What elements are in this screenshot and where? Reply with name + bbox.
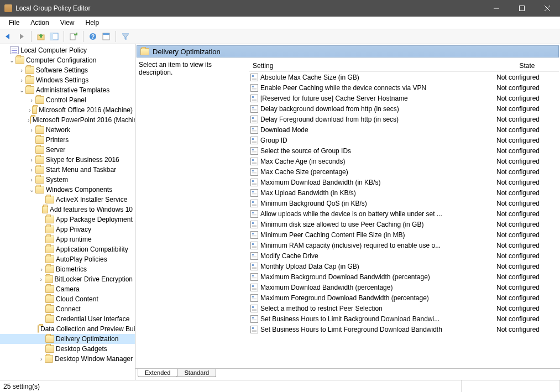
show-hide-tree-icon[interactable] <box>48 30 60 43</box>
back-icon[interactable] <box>2 30 14 43</box>
tree-item[interactable]: AutoPlay Policies <box>0 254 135 264</box>
tab-extended[interactable]: Extended <box>138 369 177 377</box>
setting-name: Set Business Hours to Limit Background D… <box>260 315 439 323</box>
tree-item[interactable]: Camera <box>0 284 135 294</box>
setting-row[interactable]: Delay Foreground download from http (in … <box>249 114 559 124</box>
expand-icon[interactable]: › <box>18 77 25 83</box>
tab-standard[interactable]: Standard <box>177 369 216 377</box>
setting-row[interactable]: Absolute Max Cache Size (in GB)Not confi… <box>249 72 559 82</box>
tree-item[interactable]: Printers <box>0 135 135 145</box>
tree-item[interactable]: ›Skype for Business 2016 <box>0 155 135 165</box>
tree-windows-settings[interactable]: ›Windows Settings <box>0 75 135 85</box>
menu-view[interactable]: View <box>55 18 80 28</box>
tree-admin-templates[interactable]: ⌄Administrative Templates <box>0 85 135 95</box>
expand-icon[interactable]: › <box>38 356 45 362</box>
setting-row[interactable]: Minimum disk size allowed to use Peer Ca… <box>249 219 559 229</box>
setting-row[interactable]: Set Business Hours to Limit Foreground D… <box>249 324 559 334</box>
setting-row[interactable]: Allow uploads while the device is on bat… <box>249 208 559 219</box>
setting-row[interactable]: Maximum Download Bandwidth (in KB/s)Not … <box>249 177 559 187</box>
setting-row[interactable]: Select the source of Group IDsNot config… <box>249 145 559 156</box>
tree-item[interactable]: Application Compatibility <box>0 244 135 254</box>
setting-name: Max Cache Size (percentage) <box>260 168 348 176</box>
setting-state: Not configured <box>495 158 559 165</box>
tree-windows-components[interactable]: ⌄Windows Components <box>0 185 135 195</box>
tree-item[interactable]: ›Biometrics <box>0 264 135 274</box>
tree-item[interactable]: Server <box>0 145 135 155</box>
tree-computer-configuration[interactable]: ⌄Computer Configuration <box>0 55 135 65</box>
collapse-icon[interactable]: ⌄ <box>18 87 25 94</box>
setting-row[interactable]: Max Cache Size (percentage)Not configure… <box>249 166 559 177</box>
setting-row[interactable]: Minimum RAM capacity (inclusive) require… <box>249 240 559 250</box>
tree-item[interactable]: ›Microsoft Office 2016 (Machine) <box>0 105 135 115</box>
setting-row[interactable]: Set Business Hours to Limit Background D… <box>249 313 559 324</box>
setting-row[interactable]: Download ModeNot configured <box>249 124 559 135</box>
setting-row[interactable]: Maximum Background Download Bandwidth (p… <box>249 271 559 282</box>
collapse-icon[interactable]: ⌄ <box>28 186 35 194</box>
setting-row[interactable]: Monthly Upload Data Cap (in GB)Not confi… <box>249 261 559 271</box>
setting-row[interactable]: Modify Cache DriveNot configured <box>249 250 559 261</box>
rows-scroll[interactable]: Absolute Max Cache Size (in GB)Not confi… <box>249 72 559 368</box>
tree-item[interactable]: App Privacy <box>0 224 135 234</box>
tree-root[interactable]: Local Computer Policy <box>0 45 135 55</box>
up-icon[interactable] <box>35 30 47 43</box>
folder-icon <box>15 56 24 64</box>
setting-row[interactable]: Minimum Background QoS (in KB/s)Not conf… <box>249 198 559 208</box>
tree-item[interactable]: App Package Deployment <box>0 215 135 224</box>
tree-panel[interactable]: Local Computer Policy ⌄Computer Configur… <box>0 44 135 380</box>
tree-item[interactable]: ›Start Menu and Taskbar <box>0 165 135 175</box>
expand-icon[interactable]: › <box>18 67 25 74</box>
svg-rect-11 <box>103 33 109 35</box>
help-icon[interactable]: ? <box>87 30 99 43</box>
setting-row[interactable]: Max Upload Bandwidth (in KB/s)Not config… <box>249 187 559 198</box>
tree-item[interactable]: App runtime <box>0 234 135 244</box>
expand-icon[interactable]: › <box>28 176 35 183</box>
setting-row[interactable]: Minimum Peer Caching Content File Size (… <box>249 229 559 240</box>
forward-icon[interactable] <box>15 30 28 43</box>
setting-row[interactable]: Maximum Download Bandwidth (percentage)N… <box>249 282 559 292</box>
menu-file[interactable]: File <box>3 18 25 28</box>
policy-item-icon <box>250 168 258 176</box>
tree-software-settings[interactable]: ›Software Settings <box>0 65 135 75</box>
setting-row[interactable]: Group IDNot configured <box>249 135 559 145</box>
menu-help[interactable]: Help <box>80 18 105 28</box>
tree-item[interactable]: Cloud Content <box>0 294 135 304</box>
setting-name: Allow uploads while the device is on bat… <box>260 210 442 218</box>
collapse-icon[interactable]: ⌄ <box>8 57 15 64</box>
setting-row[interactable]: [Reserved for future use] Cache Server H… <box>249 93 559 103</box>
export-list-icon[interactable] <box>67 30 80 43</box>
tree-item[interactable]: Add features to Windows 10 <box>0 205 135 215</box>
setting-row[interactable]: Delay background download from http (in … <box>249 103 559 114</box>
setting-row[interactable]: Enable Peer Caching while the device con… <box>249 82 559 93</box>
tree-item[interactable]: ActiveX Installer Service <box>0 195 135 205</box>
properties-icon[interactable] <box>100 30 112 43</box>
setting-row[interactable]: Select a method to restrict Peer Selecti… <box>249 303 559 313</box>
tree-item[interactable]: ›Control Panel <box>0 95 135 105</box>
tree-item[interactable]: Credential User Interface <box>0 314 135 324</box>
expand-icon[interactable]: › <box>28 156 35 163</box>
column-state[interactable]: State <box>495 60 559 71</box>
expand-icon[interactable]: › <box>38 276 45 283</box>
tree-item[interactable]: Connect <box>0 304 135 314</box>
column-setting[interactable]: Setting <box>249 60 495 71</box>
tree-item[interactable]: ›BitLocker Drive Encryption <box>0 274 135 284</box>
expand-icon[interactable]: › <box>28 166 35 173</box>
tree-delivery-optimization[interactable]: Delivery Optimization <box>0 334 135 344</box>
setting-row[interactable]: Maximum Foreground Download Bandwidth (p… <box>249 292 559 303</box>
close-button[interactable] <box>535 0 560 17</box>
setting-name: Select a method to restrict Peer Selecti… <box>260 305 383 312</box>
setting-row[interactable]: Max Cache Age (in seconds)Not configured <box>249 156 559 166</box>
tree-item[interactable]: ›Microsoft PowerPoint 2016 (Machine) <box>0 115 135 125</box>
filter-icon[interactable] <box>119 30 132 43</box>
tree-item[interactable]: ›Desktop Window Manager <box>0 354 135 364</box>
expand-icon[interactable]: › <box>28 127 35 133</box>
expand-icon[interactable]: › <box>28 107 32 113</box>
expand-icon[interactable]: › <box>28 97 35 103</box>
minimize-button[interactable] <box>484 0 509 17</box>
maximize-button[interactable] <box>509 0 535 17</box>
expand-icon[interactable]: › <box>38 266 45 273</box>
tree-item[interactable]: Data Collection and Preview Builds <box>0 324 135 334</box>
tree-item[interactable]: ›System <box>0 175 135 185</box>
tree-item[interactable]: Desktop Gadgets <box>0 344 135 354</box>
menu-action[interactable]: Action <box>25 18 54 28</box>
tree-item[interactable]: ›Network <box>0 125 135 135</box>
